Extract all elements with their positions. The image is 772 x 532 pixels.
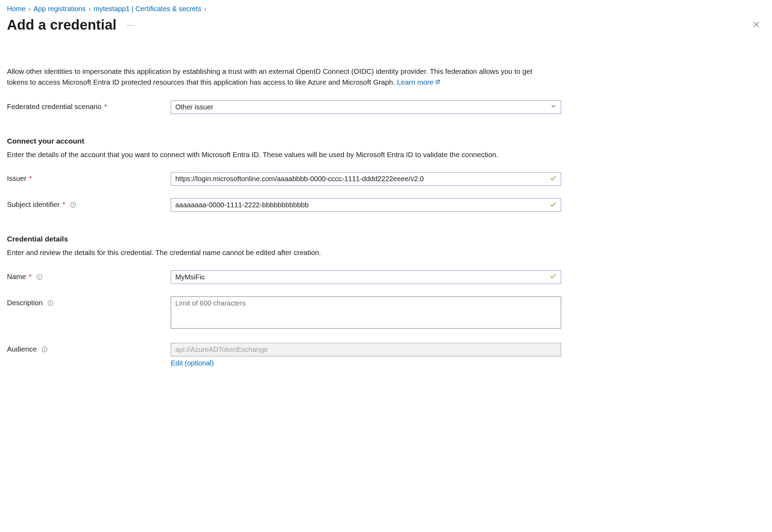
breadcrumb-certificates-secrets[interactable]: mytestapp1 | Certificates & secrets: [94, 5, 201, 13]
audience-input: [171, 343, 561, 356]
breadcrumb-app-registrations[interactable]: App registrations: [33, 5, 86, 13]
learn-more-label: Learn more: [397, 78, 434, 86]
svg-text:i: i: [72, 202, 74, 207]
title-row: Add a credential ···: [7, 17, 762, 33]
required-asterisk: *: [29, 272, 31, 280]
breadcrumb: Home › App registrations › mytestapp1 | …: [7, 5, 762, 13]
audience-edit-link[interactable]: Edit (optional): [171, 359, 214, 367]
chevron-right-icon: ›: [204, 5, 206, 13]
required-asterisk: *: [62, 200, 65, 208]
info-icon[interactable]: i: [41, 346, 48, 352]
chevron-right-icon: ›: [28, 5, 31, 13]
intro-text: Allow other identities to impersonate th…: [7, 66, 551, 88]
info-icon[interactable]: i: [70, 201, 76, 208]
issuer-label: Issuer *: [7, 172, 171, 183]
svg-text:i: i: [44, 347, 45, 352]
svg-text:i: i: [39, 275, 40, 279]
external-link-icon: [435, 77, 441, 83]
svg-text:i: i: [50, 301, 52, 306]
issuer-input[interactable]: [171, 172, 561, 186]
required-asterisk: *: [29, 174, 32, 182]
breadcrumb-home[interactable]: Home: [7, 5, 25, 13]
subject-identifier-label: Subject identifier * i: [7, 198, 171, 209]
audience-label: Audience i: [7, 343, 171, 353]
page-title: Add a credential: [7, 17, 116, 33]
connect-section-title: Connect your account: [7, 137, 762, 145]
name-label: Name * i: [7, 270, 171, 281]
description-textarea[interactable]: [171, 296, 561, 329]
more-actions-button[interactable]: ···: [125, 19, 137, 31]
connect-section-desc: Enter the details of the account that yo…: [7, 149, 551, 160]
scenario-select[interactable]: [171, 100, 561, 114]
details-section-desc: Enter and review the details for this cr…: [7, 247, 551, 258]
description-label: Description i: [7, 296, 171, 307]
credential-name-input[interactable]: [171, 270, 561, 284]
info-icon[interactable]: i: [36, 273, 43, 280]
info-icon[interactable]: i: [47, 300, 54, 306]
details-section-title: Credential details: [7, 235, 762, 243]
required-asterisk: *: [104, 102, 107, 110]
close-button[interactable]: [750, 18, 762, 31]
learn-more-link[interactable]: Learn more: [397, 78, 441, 86]
intro-body: Allow other identities to impersonate th…: [7, 67, 532, 86]
scenario-label: Federated credential scenario *: [7, 100, 171, 111]
chevron-right-icon: ›: [89, 5, 91, 13]
subject-identifier-input[interactable]: [171, 198, 561, 212]
close-icon: [752, 24, 760, 29]
